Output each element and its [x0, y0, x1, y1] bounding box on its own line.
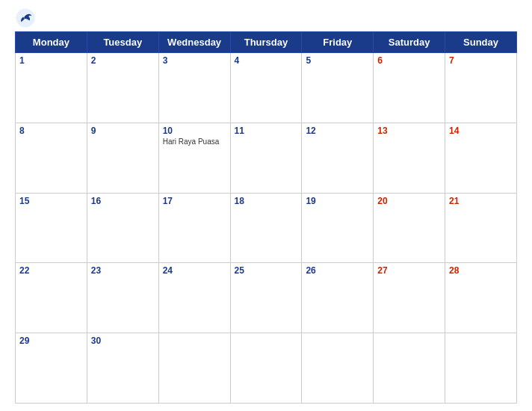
calendar-cell: 25 [230, 263, 302, 333]
day-number: 8 [19, 126, 83, 136]
day-number: 7 [449, 55, 513, 66]
day-number: 2 [91, 55, 155, 66]
calendar-cell: 18 [230, 193, 302, 263]
day-number: 22 [19, 265, 83, 276]
holiday-label: Hari Raya Puasa [163, 137, 226, 146]
calendar-cell: 16 [87, 193, 158, 263]
day-number: 29 [19, 336, 83, 346]
calendar-cell [230, 333, 302, 404]
calendar-cell: 5 [302, 53, 374, 123]
col-header-saturday: Saturday [374, 32, 445, 53]
day-number: 20 [377, 196, 441, 206]
col-header-monday: Monday [16, 32, 87, 53]
calendar-cell: 24 [158, 263, 230, 333]
calendar-cell: 28 [445, 263, 517, 333]
week-row-4: 22232425262728 [16, 263, 517, 333]
day-number: 13 [377, 126, 441, 136]
day-number: 19 [306, 196, 369, 206]
col-header-wednesday: Wednesday [158, 32, 230, 53]
col-header-sunday: Sunday [445, 32, 517, 53]
day-number: 23 [91, 265, 155, 276]
calendar-cell: 12 [302, 123, 374, 193]
calendar-cell: 11 [230, 123, 302, 193]
calendar-cell: 20 [374, 193, 445, 263]
day-number: 18 [235, 196, 298, 206]
calendar-cell: 3 [158, 53, 230, 123]
week-row-1: 1234567 [16, 53, 517, 123]
calendar-cell: 27 [374, 263, 445, 333]
week-row-5: 2930 [16, 333, 517, 404]
calendar-cell: 10Hari Raya Puasa [158, 123, 230, 193]
calendar-cell [302, 333, 374, 404]
calendar-cell: 1 [16, 53, 87, 123]
day-number: 3 [163, 55, 226, 66]
col-header-friday: Friday [302, 32, 374, 53]
day-number: 5 [306, 55, 369, 66]
day-number: 14 [449, 126, 513, 136]
day-number: 25 [235, 265, 298, 276]
calendar-cell: 17 [158, 193, 230, 263]
day-number: 28 [449, 265, 513, 276]
calendar-cell [445, 333, 517, 404]
calendar-cell: 8 [16, 123, 87, 193]
logo-bird-icon [15, 7, 36, 28]
calendar-cell: 13 [374, 123, 445, 193]
day-number: 11 [235, 126, 298, 136]
week-row-3: 15161718192021 [16, 193, 517, 263]
day-number: 27 [377, 265, 441, 276]
calendar-cell: 4 [230, 53, 302, 123]
calendar-body: 12345678910Hari Raya Puasa11121314151617… [16, 53, 517, 404]
calendar-cell: 26 [302, 263, 374, 333]
calendar-cell: 14 [445, 123, 517, 193]
calendar-cell: 9 [87, 123, 158, 193]
top-bar [15, 7, 517, 28]
col-header-thursday: Thursday [230, 32, 302, 53]
day-number: 4 [235, 55, 298, 66]
week-row-2: 8910Hari Raya Puasa11121314 [16, 123, 517, 193]
calendar-cell: 29 [16, 333, 87, 404]
calendar-cell: 21 [445, 193, 517, 263]
day-number: 12 [306, 126, 369, 136]
calendar-cell: 23 [87, 263, 158, 333]
day-number: 24 [163, 265, 226, 276]
day-number: 9 [91, 126, 155, 136]
calendar-table: MondayTuesdayWednesdayThursdayFridaySatu… [15, 31, 517, 404]
days-of-week-row: MondayTuesdayWednesdayThursdayFridaySatu… [16, 32, 517, 53]
calendar-cell [374, 333, 445, 404]
col-header-tuesday: Tuesday [87, 32, 158, 53]
day-number: 30 [91, 336, 155, 346]
calendar-header: MondayTuesdayWednesdayThursdayFridaySatu… [16, 32, 517, 53]
calendar-cell [158, 333, 230, 404]
calendar-cell: 19 [302, 193, 374, 263]
calendar-cell: 7 [445, 53, 517, 123]
day-number: 10 [163, 126, 226, 136]
calendar-cell: 2 [87, 53, 158, 123]
logo [15, 7, 39, 28]
calendar-cell: 22 [16, 263, 87, 333]
day-number: 16 [91, 196, 155, 206]
day-number: 17 [163, 196, 226, 206]
day-number: 6 [377, 55, 441, 66]
day-number: 15 [19, 196, 83, 206]
calendar-cell: 30 [87, 333, 158, 404]
day-number: 26 [306, 265, 369, 276]
day-number: 1 [19, 55, 83, 66]
calendar-cell: 15 [16, 193, 87, 263]
day-number: 21 [449, 196, 513, 206]
calendar-cell: 6 [374, 53, 445, 123]
